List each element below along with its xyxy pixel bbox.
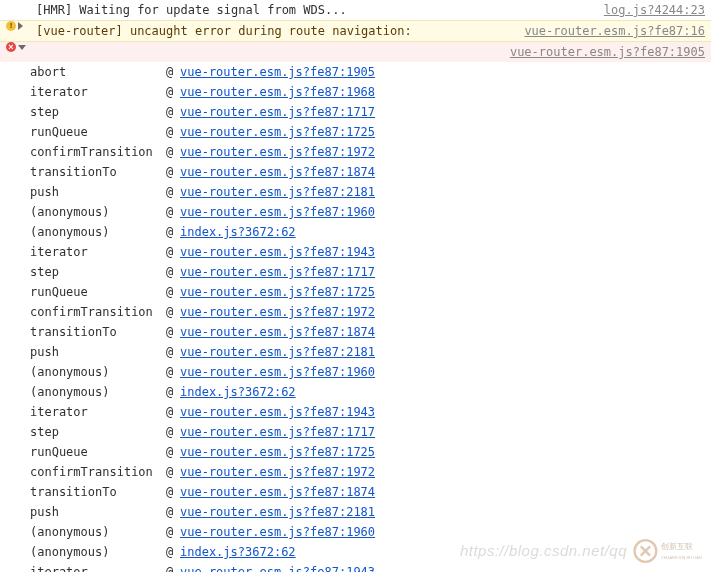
stack-function: (anonymous) <box>30 382 166 402</box>
stack-at: @ <box>166 262 180 282</box>
console-row-warn[interactable]: [vue-router] uncaught error during route… <box>0 20 711 42</box>
stack-function: push <box>30 502 166 522</box>
stack-at: @ <box>166 522 180 542</box>
stack-function: confirmTransition <box>30 142 166 162</box>
warn-message: [vue-router] uncaught error during route… <box>36 21 512 41</box>
stack-at: @ <box>166 222 180 242</box>
stack-source-link[interactable]: vue-router.esm.js?fe87:1972 <box>180 302 711 322</box>
devtools-console: [HMR] Waiting for update signal from WDS… <box>0 0 711 572</box>
stack-source-link[interactable]: vue-router.esm.js?fe87:1972 <box>180 142 711 162</box>
stack-at: @ <box>166 402 180 422</box>
stack-function: runQueue <box>30 442 166 462</box>
stack-source-link[interactable]: vue-router.esm.js?fe87:1717 <box>180 102 711 122</box>
stack-function: iterator <box>30 82 166 102</box>
stack-at: @ <box>166 482 180 502</box>
stack-source-link[interactable]: vue-router.esm.js?fe87:1874 <box>180 162 711 182</box>
stack-at: @ <box>166 462 180 482</box>
stack-source-link[interactable]: vue-router.esm.js?fe87:1960 <box>180 362 711 382</box>
stack-at: @ <box>166 202 180 222</box>
warning-icon <box>6 21 16 31</box>
stack-function: (anonymous) <box>30 202 166 222</box>
stack-source-link[interactable]: vue-router.esm.js?fe87:1960 <box>180 522 711 542</box>
stack-at: @ <box>166 162 180 182</box>
stack-function: (anonymous) <box>30 222 166 242</box>
stack-function: step <box>30 102 166 122</box>
stack-function: transitionTo <box>30 162 166 182</box>
stack-function: transitionTo <box>30 482 166 502</box>
stack-function: step <box>30 262 166 282</box>
stack-at: @ <box>166 242 180 262</box>
stack-at: @ <box>166 142 180 162</box>
stack-source-link[interactable]: vue-router.esm.js?fe87:1968 <box>180 82 711 102</box>
stack-at: @ <box>166 382 180 402</box>
stack-at: @ <box>166 322 180 342</box>
stack-function: push <box>30 342 166 362</box>
stack-at: @ <box>166 422 180 442</box>
stack-function: push <box>30 182 166 202</box>
stack-at: @ <box>166 302 180 322</box>
stack-source-link[interactable]: vue-router.esm.js?fe87:1725 <box>180 122 711 142</box>
stack-function: runQueue <box>30 282 166 302</box>
collapse-icon[interactable] <box>18 45 26 50</box>
stack-function: (anonymous) <box>30 542 166 562</box>
stack-source-link[interactable]: vue-router.esm.js?fe87:2181 <box>180 342 711 362</box>
stack-function: iterator <box>30 242 166 262</box>
error-source-link[interactable]: vue-router.esm.js?fe87:1905 <box>498 42 705 62</box>
stack-function: iterator <box>30 402 166 422</box>
stack-function: iterator <box>30 562 166 572</box>
stack-source-link[interactable]: index.js?3672:62 <box>180 382 711 402</box>
stack-source-link[interactable]: index.js?3672:62 <box>180 222 711 242</box>
console-row-error[interactable]: vue-router.esm.js?fe87:1905 <box>0 42 711 62</box>
stack-source-link[interactable]: vue-router.esm.js?fe87:2181 <box>180 502 711 522</box>
stack-at: @ <box>166 182 180 202</box>
error-icon <box>6 42 16 52</box>
stack-source-link[interactable]: vue-router.esm.js?fe87:1972 <box>180 462 711 482</box>
stack-function: runQueue <box>30 122 166 142</box>
stack-at: @ <box>166 62 180 82</box>
stack-source-link[interactable]: vue-router.esm.js?fe87:1943 <box>180 562 711 572</box>
stack-source-link[interactable]: vue-router.esm.js?fe87:1943 <box>180 402 711 422</box>
stack-source-link[interactable]: vue-router.esm.js?fe87:1725 <box>180 442 711 462</box>
stack-source-link[interactable]: vue-router.esm.js?fe87:1960 <box>180 202 711 222</box>
stack-at: @ <box>166 542 180 562</box>
stack-trace: abort@vue-router.esm.js?fe87:1905iterato… <box>0 62 711 572</box>
stack-source-link[interactable]: vue-router.esm.js?fe87:1717 <box>180 262 711 282</box>
stack-source-link[interactable]: vue-router.esm.js?fe87:1717 <box>180 422 711 442</box>
stack-function: (anonymous) <box>30 522 166 542</box>
stack-function: (anonymous) <box>30 362 166 382</box>
stack-source-link[interactable]: vue-router.esm.js?fe87:1874 <box>180 482 711 502</box>
stack-at: @ <box>166 122 180 142</box>
stack-source-link[interactable]: vue-router.esm.js?fe87:2181 <box>180 182 711 202</box>
stack-function: transitionTo <box>30 322 166 342</box>
row-gutter <box>6 21 36 31</box>
stack-function: step <box>30 422 166 442</box>
stack-source-link[interactable]: vue-router.esm.js?fe87:1725 <box>180 282 711 302</box>
expand-icon[interactable] <box>18 22 23 30</box>
stack-at: @ <box>166 502 180 522</box>
stack-function: confirmTransition <box>30 302 166 322</box>
stack-source-link[interactable]: vue-router.esm.js?fe87:1905 <box>180 62 711 82</box>
stack-at: @ <box>166 442 180 462</box>
stack-at: @ <box>166 282 180 302</box>
warn-source-link[interactable]: vue-router.esm.js?fe87:16 <box>512 21 705 41</box>
stack-source-link[interactable]: vue-router.esm.js?fe87:1943 <box>180 242 711 262</box>
console-row-log[interactable]: [HMR] Waiting for update signal from WDS… <box>0 0 711 20</box>
stack-function: abort <box>30 62 166 82</box>
stack-at: @ <box>166 82 180 102</box>
log-message: [HMR] Waiting for update signal from WDS… <box>36 0 592 20</box>
stack-at: @ <box>166 342 180 362</box>
row-gutter <box>6 42 36 52</box>
stack-at: @ <box>166 362 180 382</box>
stack-function: confirmTransition <box>30 462 166 482</box>
stack-source-link[interactable]: vue-router.esm.js?fe87:1874 <box>180 322 711 342</box>
log-source-link[interactable]: log.js?4244:23 <box>592 0 705 20</box>
stack-at: @ <box>166 562 180 572</box>
stack-at: @ <box>166 102 180 122</box>
stack-source-link[interactable]: index.js?3672:62 <box>180 542 711 562</box>
